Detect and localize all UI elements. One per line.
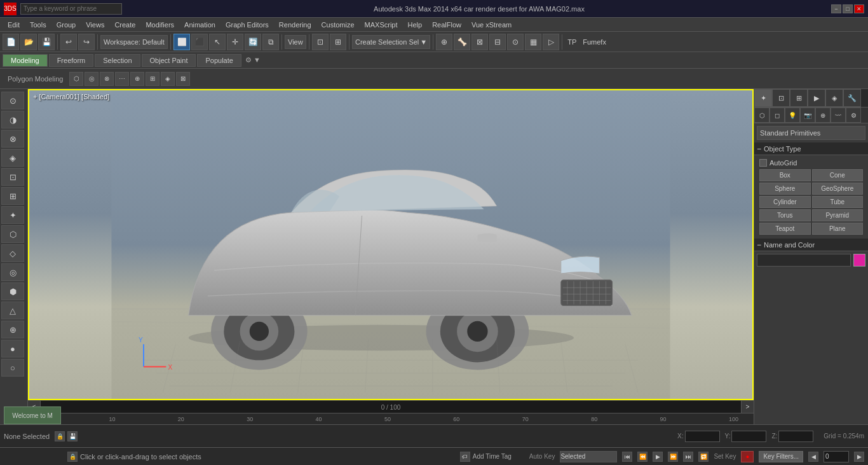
close-btn[interactable]: ✕ [854,4,864,13]
menu-help[interactable]: Help [403,20,428,30]
sidebar-btn-12[interactable]: △ [1,302,24,319]
menu-rendering[interactable]: Rendering [274,20,316,30]
layer-btn[interactable]: ⊟ [489,34,506,50]
poly-tool-2[interactable]: ◎ [85,72,98,86]
tab-options[interactable]: ⚙ ▼ [245,56,261,64]
prim-tube[interactable]: Tube [812,196,864,208]
select-lock-icon[interactable]: 🔒 [67,452,78,462]
name-input[interactable] [757,254,851,267]
timeline-bar[interactable]: 0 / 100 [41,401,741,413]
key-filters-btn[interactable]: Key Filters... [759,451,803,462]
menu-edit[interactable]: Edit [3,20,25,30]
prim-plane[interactable]: Plane [812,223,864,235]
primitives-dropdown[interactable]: Standard Primitives Extended Primitives … [757,126,865,140]
align-btn[interactable]: ⊞ [330,34,346,50]
sidebar-btn-11[interactable]: ⬢ [1,282,24,300]
save-btn[interactable]: 💾 [38,34,55,50]
sidebar-btn-10[interactable]: ◎ [1,263,24,281]
poly-tool-5[interactable]: ⊕ [130,72,144,86]
z-input[interactable] [778,431,813,442]
rp-subtab-camera[interactable]: 📷 [800,108,815,123]
sidebar-btn-2[interactable]: ◑ [1,111,24,128]
menu-animation[interactable]: Animation [179,20,220,30]
menu-vue-xstream[interactable]: Vue xStream [466,20,517,30]
tab-populate[interactable]: Populate [197,54,241,67]
sidebar-btn-3[interactable]: ⊗ [1,130,24,148]
viewport[interactable]: + [Camera001] [Shaded] [28,89,754,400]
material-btn[interactable]: ⊙ [507,34,524,50]
poly-tool-8[interactable]: ⊠ [176,72,190,86]
tab-selection[interactable]: Selection [95,54,140,67]
menu-views[interactable]: Views [81,20,109,30]
menu-group[interactable]: Group [51,20,81,30]
timeline-next[interactable]: > [741,401,754,413]
menu-create[interactable]: Create [109,20,140,30]
frame-next[interactable]: ▶ [854,452,864,462]
rp-tab-motion[interactable]: ▶ [808,89,825,107]
transport-first[interactable]: ⏮ [622,452,632,462]
name-color-section[interactable]: − Name and Color [754,239,868,251]
y-input[interactable] [731,431,766,442]
lock-icon[interactable]: 🔒 [55,431,65,441]
transport-next[interactable]: ⏩ [668,452,678,462]
select-region-btn[interactable]: ⬛ [191,34,208,50]
transport-loop[interactable]: 🔁 [698,452,709,462]
transport-last[interactable]: ⏭ [683,452,693,462]
sidebar-btn-8[interactable]: ⬡ [1,225,24,243]
bone-btn[interactable]: 🦴 [454,34,470,50]
rp-subtab-light[interactable]: 💡 [785,108,800,123]
prim-cylinder[interactable]: Cylinder [759,196,811,208]
sidebar-btn-5[interactable]: ⊡ [1,168,24,186]
sidebar-btn-9[interactable]: ◇ [1,244,24,262]
workspace-dropdown[interactable]: Workspace: Default [100,35,168,49]
search-box[interactable] [20,3,122,15]
render-setup-btn[interactable]: ▦ [525,34,541,50]
minimize-btn[interactable]: − [831,4,841,13]
schematic-btn[interactable]: ⊠ [471,34,488,50]
prim-torus[interactable]: Torus [759,209,811,221]
prim-sphere[interactable]: Sphere [759,183,811,195]
new-btn[interactable]: 📄 [3,34,19,50]
selected-dropdown[interactable]: Selected [560,451,617,462]
poly-tool-7[interactable]: ◈ [161,72,175,86]
x-input[interactable] [685,431,720,442]
sidebar-btn-15[interactable]: ○ [1,359,24,377]
open-btn[interactable]: 📂 [20,34,37,50]
sidebar-btn-14[interactable]: ● [1,340,24,357]
rp-tab-hierarchy[interactable]: ⊞ [790,89,808,107]
rp-tab-create[interactable]: ✦ [754,89,772,107]
sidebar-btn-7[interactable]: ✦ [1,206,24,224]
menu-customize[interactable]: Customize [316,20,360,30]
color-swatch[interactable] [853,254,865,267]
object-type-section[interactable]: − Object Type [754,142,868,155]
view-dropdown[interactable]: View [285,35,306,49]
rotate-btn[interactable]: 🔄 [245,34,261,50]
menu-modifiers[interactable]: Modifiers [140,20,179,30]
maximize-btn[interactable]: □ [843,4,853,13]
menu-realflow[interactable]: RealFlow [427,20,466,30]
frame-input[interactable] [824,451,849,462]
undo-btn[interactable]: ↩ [60,34,77,50]
search-input[interactable] [20,3,122,15]
select-object-btn[interactable]: ⬜ [173,34,190,50]
poly-tool-1[interactable]: ⬡ [69,72,83,86]
autogrid-checkbox[interactable] [759,159,767,167]
poly-tool-3[interactable]: ⊗ [100,72,114,86]
prim-box[interactable]: Box [759,169,811,181]
sidebar-btn-13[interactable]: ⊕ [1,321,24,338]
menu-graph-editors[interactable]: Graph Editors [220,20,274,30]
tab-modeling[interactable]: Modeling [3,54,48,67]
prim-pyramid[interactable]: Pyramid [812,209,864,221]
tab-freeform[interactable]: Freeform [49,54,94,67]
prim-teapot[interactable]: Teapot [759,223,811,235]
graph-btn[interactable]: ⊕ [436,34,452,50]
rp-subtab-systems[interactable]: ⚙ [846,108,861,123]
move-btn[interactable]: ✛ [227,34,243,50]
scrubber[interactable]: 0 10 20 30 40 50 60 70 80 90 100 [28,413,754,424]
prim-cone[interactable]: Cone [812,169,864,181]
frame-prev[interactable]: ◀ [808,452,818,462]
render-btn[interactable]: ▷ [543,34,559,50]
mirror-btn[interactable]: ⊡ [312,34,329,50]
tab-object-paint[interactable]: Object Paint [142,54,196,67]
sidebar-btn-6[interactable]: ⊞ [1,187,24,205]
